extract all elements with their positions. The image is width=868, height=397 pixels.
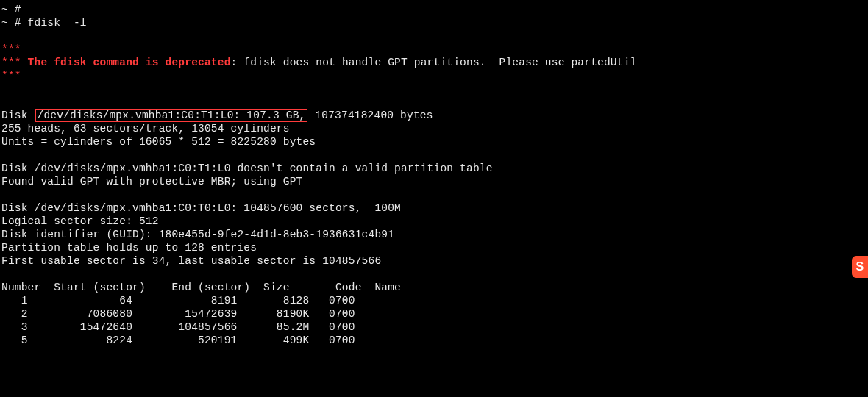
table-row: 5 8224 520191 499K 0700 (1, 334, 868, 347)
blank-line (1, 149, 868, 162)
units-line: Units = cylinders of 16065 * 512 = 82252… (1, 135, 868, 149)
blank-line (1, 188, 868, 201)
table-row: 1 64 8191 8128 0700 (1, 294, 868, 307)
disk-highlight-box: /dev/disks/mpx.vmhba1:C0:T1:L0: 107.3 GB… (35, 109, 308, 122)
no-partition-table-line: Disk /dev/disks/mpx.vmhba1:C0:T1:L0 does… (1, 162, 868, 175)
deprecated-stars: *** (1, 43, 868, 56)
deprecated-prefix: *** (1, 57, 28, 68)
blank-line (1, 29, 868, 43)
logical-sector-line: Logical sector size: 512 (1, 215, 868, 228)
table-row: 2 7086080 15472639 8190K 0700 (1, 307, 868, 321)
deprecated-rest: : fdisk does not handle GPT partitions. … (231, 57, 637, 68)
disk-prefix: Disk (1, 110, 35, 121)
blank-line (1, 96, 868, 109)
deprecated-stars: *** (1, 69, 868, 82)
found-gpt-line: Found valid GPT with protective MBR; usi… (1, 175, 868, 188)
prompt-line: ~ # (1, 3, 868, 16)
partition-table-header: Number Start (sector) End (sector) Size … (1, 281, 868, 294)
command-line: ~ # fdisk -l (1, 16, 868, 29)
side-badge[interactable]: S (852, 256, 868, 278)
deprecated-bold: The fdisk command is deprecated (28, 57, 231, 68)
blank-line (1, 82, 868, 96)
disk-line-1: Disk /dev/disks/mpx.vmhba1:C0:T1:L0: 107… (1, 109, 868, 122)
usable-sector-line: First usable sector is 34, last usable s… (1, 254, 868, 268)
guid-line: Disk identifier (GUID): 180e455d-9fe2-4d… (1, 228, 868, 241)
table-row: 3 15472640 104857566 85.2M 0700 (1, 321, 868, 334)
blank-line (1, 268, 868, 281)
deprecated-message: *** The fdisk command is deprecated: fdi… (1, 56, 868, 69)
heads-line: 255 heads, 63 sectors/track, 13054 cylin… (1, 122, 868, 135)
disk-line-2: Disk /dev/disks/mpx.vmhba1:C0:T0:L0: 104… (1, 201, 868, 215)
entries-line: Partition table holds up to 128 entries (1, 241, 868, 254)
disk-suffix: 107374182400 bytes (308, 110, 433, 121)
